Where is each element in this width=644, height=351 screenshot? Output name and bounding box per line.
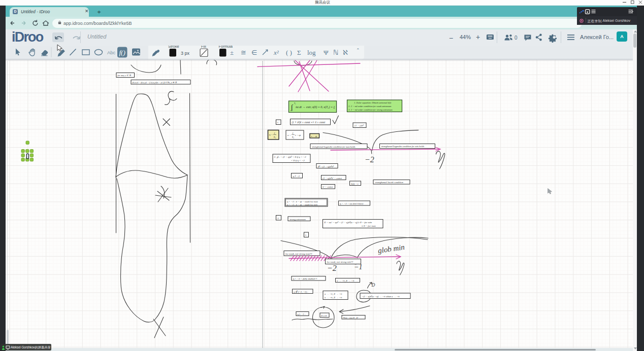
svg-text:x²: x²: [273, 49, 279, 56]
svg-text:η < −2 − fully studied !!: η < −2 − fully studied !!: [293, 277, 317, 280]
svg-text:log: log: [307, 49, 316, 56]
svg-text:Σ: Σ: [297, 49, 301, 56]
svg-text:E = uu′ − ηu² − (1 + η)ẋ²(u −: E = uu′ − ηu² − (1 + η)ẋ²(u − η) ≥ 0 − f…: [324, 221, 372, 224]
svg-text:E ≥ 0: E ≥ 0: [321, 314, 327, 317]
svg-text:ℕ: ℕ: [333, 49, 338, 56]
svg-text:t = ηt: t = ηt: [295, 134, 301, 136]
svg-text:Stroke: Stroke: [168, 46, 179, 49]
svg-text:( ): ( ): [286, 49, 292, 56]
svg-text:strenghened Jacobi condition: strenghened Jacobi condition: [375, 181, 404, 184]
svg-text:−2: −2: [365, 155, 374, 164]
svg-text:(1 + y)ẋ²: (1 + y)ẋ²: [355, 124, 364, 127]
svg-text:1.: 1.: [305, 234, 307, 236]
svg-text:~: ~: [355, 262, 357, 266]
svg-text:∈: ∈: [251, 49, 257, 56]
svg-text:h′ = const: h′ = const: [323, 186, 333, 188]
svg-text:η > −2 : x̂ = ηt − weak lo: η > −2 : x̂ = ηt − weak loc min: [287, 203, 318, 206]
svg-text:0: 0: [514, 35, 518, 41]
svg-text:(2 + η)ẋ²h′ = const: (2 + η)ẋ²h′ = const: [323, 177, 342, 180]
svg-text:η ≥ −1 :: η ≥ −1 :: [298, 313, 306, 315]
svg-text:f(): f(): [119, 49, 125, 56]
svg-text:η =: η =: [269, 133, 273, 136]
svg-text:±: ±: [230, 49, 234, 56]
svg-text:𝓛 = (2 + η)ẋ²h²: 𝓛 = (2 + η)ẋ²h²: [318, 165, 334, 168]
svg-text:3.: 3.: [277, 217, 279, 220]
svg-text:x̄ = ηt: x̄ = ηt: [311, 135, 318, 137]
svg-text:< 0 if η < −2: < 0 if η < −2: [291, 159, 305, 162]
svg-text:ẋα dt → extr, x(0) = 0, x(T₀): ẋα dt → extr, x(0) = 0, x(T₀) = ξ: [295, 106, 335, 109]
svg-text:1. Euler equation. Obtain extr: 1. Euler equation. Obtain extremal x̂(t): [354, 101, 392, 104]
svg-text:glob min: glob min: [377, 243, 405, 255]
svg-text:(1 + ẋ²)ẍ ≡ const => ẍ ≡ con: (1 + ẋ²)ẍ ≡ const => ẍ ≡ const: [292, 121, 326, 124]
svg-text:strenghened Legendre condition: strenghened Legendre condition for max h…: [312, 146, 356, 148]
svg-text:1.: 1.: [277, 121, 279, 124]
svg-text:ℵ: ℵ: [343, 49, 348, 56]
svg-text:strenghened Legendre condition: strenghened Legendre condition for min h…: [381, 145, 425, 148]
svg-text:Ψ: Ψ: [324, 49, 329, 56]
svg-text:x̄ =: x̄ =: [287, 134, 291, 136]
svg-text:T₀: T₀: [274, 136, 276, 138]
svg-text:−2: −2: [327, 264, 337, 272]
svg-text:T₀: T₀: [292, 136, 295, 138]
svg-text:η = −2 − we don't know: η = −2 − we don't know: [340, 202, 364, 205]
svg-text:3 px: 3 px: [181, 51, 190, 56]
svg-text:h(t) = t: h(t) = t: [351, 183, 359, 185]
svg-text:≅: ≅: [241, 49, 246, 56]
svg-text:D: D: [371, 283, 375, 288]
svg-text:η ≠ −2: η ≠ −2: [293, 175, 300, 178]
svg-text:2. 2 − nd order condition for: 2. 2 − nd order condition for weak extre…: [348, 105, 392, 108]
svg-text:⌃: ⌃: [356, 48, 360, 53]
svg-text:Fill: Fill: [201, 46, 206, 49]
svg-text:η < −2 : x̂ = ηt − weak lo: η < −2 : x̂ = ηt − weak loc max: [287, 200, 318, 203]
svg-text:for any y ∈ ℝ: for any y ∈ ℝ: [118, 74, 132, 77]
svg-text:Abc: Abc: [107, 50, 116, 55]
svg-text:3. 2 − nd order condition for: 3. 2 − nd order condition for strong ext…: [348, 109, 393, 111]
svg-text:strong extremum: strong extremum: [289, 218, 306, 221]
svg-text:0: 0: [292, 110, 293, 112]
svg-text:−(1 + η)ẋ²(u − η) → −∞ when u: −(1 + η)ẋ²(u − η) → −∞ when u → −∞: [362, 295, 400, 298]
svg-text:≤ 0 − for max: ≤ 0 − for max: [362, 225, 376, 227]
